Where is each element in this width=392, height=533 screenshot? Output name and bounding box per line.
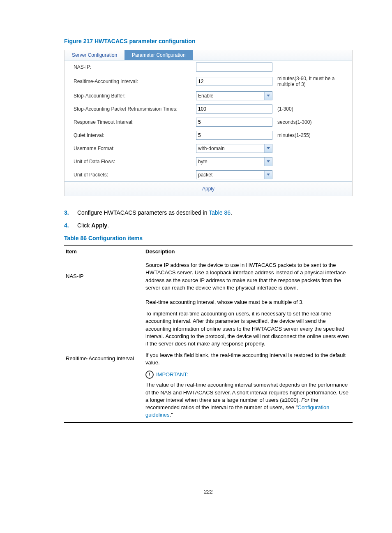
realtime-hint: minutes(3-60, It must be a multiple of 3…	[275, 74, 352, 89]
parameter-form: NAS-IP: Realtime-Accounting Interval: mi…	[65, 60, 352, 181]
step-3-text: Configure HWTACACS parameters as describ…	[77, 209, 232, 217]
packets-select[interactable]: packet	[196, 170, 272, 179]
stop-buffer-hint	[275, 89, 352, 102]
step-4-num: 4.	[64, 221, 77, 230]
resp-timeout-input[interactable]	[196, 118, 272, 127]
table-title: Table 86 Configuration items	[64, 235, 353, 241]
important-icon: !	[145, 371, 154, 379]
table-86-link[interactable]: Table 86	[209, 209, 231, 216]
chevron-down-icon	[264, 144, 272, 153]
quiet-label: Quiet Interval:	[65, 129, 194, 142]
packets-label: Unit of Packets:	[65, 168, 194, 181]
data-flow-select[interactable]: byte	[196, 157, 272, 166]
resp-timeout-label: Response Timeout Interval:	[65, 116, 194, 129]
user-fmt-hint	[275, 142, 352, 155]
row1-desc: Source IP address for the device to use …	[144, 258, 353, 295]
chevron-down-icon	[264, 92, 272, 100]
stop-retrans-label: Stop-Accounting Packet Retransmission Ti…	[65, 102, 194, 116]
data-flow-hint	[275, 155, 352, 168]
row1-item: NAS-IP	[64, 258, 144, 295]
nas-ip-hint	[275, 60, 352, 74]
chevron-down-icon	[264, 171, 272, 179]
tab-parameter-config[interactable]: Parameter Configuration	[125, 50, 193, 60]
col-item: Item	[64, 245, 144, 258]
quiet-hint: minutes(1-255)	[275, 129, 352, 142]
nas-ip-label: NAS-IP:	[65, 60, 194, 74]
table-row: Realtime-Accounting Interval Real-time a…	[64, 295, 353, 422]
stop-retrans-hint: (1-300)	[275, 102, 352, 116]
config-items-table: Item Description NAS-IP Source IP addres…	[64, 245, 353, 423]
config-panel: Server Configuration Parameter Configura…	[64, 50, 353, 196]
page-number: 222	[64, 489, 353, 495]
tab-bar: Server Configuration Parameter Configura…	[65, 50, 352, 60]
data-flow-label: Unit of Data Flows:	[65, 155, 194, 168]
step-4-text: Click Apply.	[77, 221, 109, 230]
quiet-input[interactable]	[196, 131, 272, 140]
realtime-label: Realtime-Accounting Interval:	[65, 74, 194, 89]
packets-hint	[275, 168, 352, 181]
col-desc: Description	[144, 245, 353, 258]
user-fmt-select[interactable]: with-domain	[196, 144, 272, 153]
stop-retrans-input[interactable]	[196, 104, 272, 114]
apply-button[interactable]: Apply	[196, 185, 220, 192]
stop-buffer-select[interactable]: Enable	[196, 91, 272, 100]
row2-item: Realtime-Accounting Interval	[64, 295, 144, 422]
row2-desc: Real-time accounting interval, whose val…	[144, 295, 353, 422]
packets-value: packet	[198, 172, 212, 178]
resp-timeout-hint: seconds(1-300)	[275, 116, 352, 129]
user-fmt-value: with-domain	[198, 146, 225, 151]
table-row: NAS-IP Source IP address for the device …	[64, 258, 353, 295]
step-list: 3. Configure HWTACACS parameters as desc…	[64, 209, 353, 230]
user-fmt-label: Username Format:	[65, 142, 194, 155]
nas-ip-input[interactable]	[196, 63, 272, 72]
important-label: ! IMPORTANT:	[145, 371, 188, 379]
stop-buffer-label: Stop-Accounting Buffer:	[65, 89, 194, 102]
tab-server-config[interactable]: Server Configuration	[65, 50, 125, 60]
data-flow-value: byte	[198, 159, 208, 165]
stop-buffer-value: Enable	[198, 93, 213, 99]
realtime-input[interactable]	[196, 77, 272, 86]
chevron-down-icon	[264, 158, 272, 166]
figure-title: Figure 217 HWTACACS parameter configurat…	[64, 38, 353, 44]
step-3-num: 3.	[64, 209, 77, 217]
